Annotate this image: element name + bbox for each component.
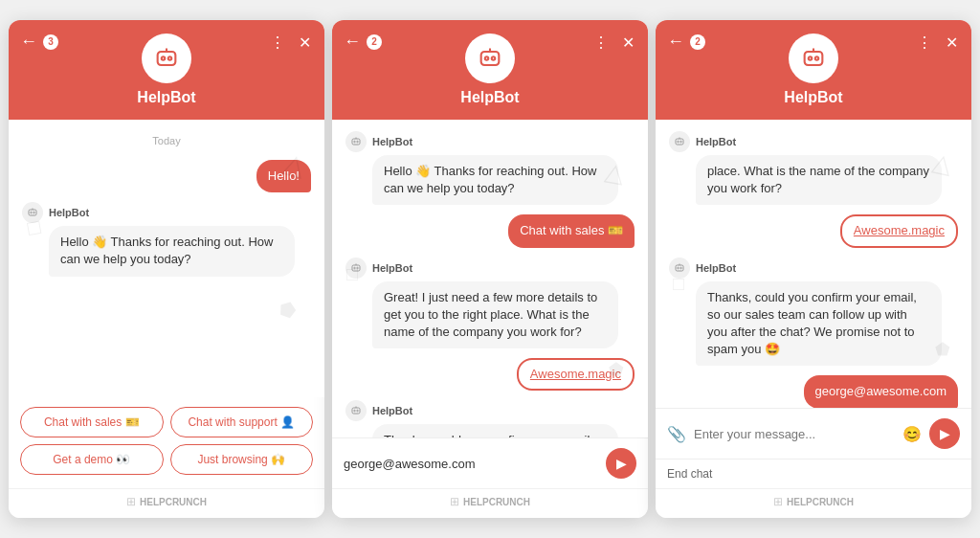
svg-point-25 — [809, 56, 813, 60]
chat-input-2[interactable] — [344, 457, 598, 471]
close-button-1[interactable]: ✕ — [297, 32, 313, 54]
svg-point-9 — [485, 56, 489, 60]
bot-avatar-3 — [789, 34, 838, 83]
bot-small-avatar-2c — [345, 400, 367, 421]
svg-rect-20 — [352, 408, 360, 414]
bot-partial-msg-3: HelpBot place. What is the name of the c… — [669, 131, 958, 205]
option-chat-support[interactable]: Chat with support 👤 — [170, 407, 314, 437]
emoji-icon[interactable]: 😊 — [902, 425, 922, 443]
chat-options-1: Chat with sales 🎫 Chat with support 👤 Ge… — [9, 397, 324, 488]
bot-label-3a: HelpBot — [696, 136, 736, 147]
bot-label-1: HelpBot — [49, 207, 89, 218]
more-button-2[interactable]: ⋮ — [591, 32, 611, 54]
header-actions-1: ⋮ ✕ — [268, 32, 313, 54]
send-button-3[interactable]: ▶ — [929, 418, 960, 449]
chat-input-bar-2: ▶ — [332, 437, 648, 488]
svg-point-22 — [357, 411, 359, 413]
svg-point-26 — [815, 56, 819, 60]
more-button-1[interactable]: ⋮ — [268, 32, 287, 54]
back-button-1[interactable]: ← — [20, 32, 37, 52]
svg-point-1 — [162, 56, 166, 60]
user-link-awesome-3[interactable]: Awesome.magic — [840, 214, 958, 247]
bot-msg-header-3b: HelpBot — [669, 258, 736, 279]
svg-point-13 — [354, 141, 356, 143]
panel-body-1: △ □ ⬟ Today Hello! — [9, 120, 324, 397]
user-bubble-sales: Chat with sales 🎫 — [508, 214, 635, 247]
chat-messages-2: △ □ ⬟ HelpBot — [332, 120, 648, 437]
svg-rect-28 — [676, 139, 683, 145]
bot-avatar-1 — [142, 34, 191, 83]
header-back-1: ← 3 — [20, 32, 58, 52]
date-divider: Today — [22, 135, 311, 146]
header-back-2: ← 2 — [344, 32, 382, 52]
back-button-3[interactable]: ← — [667, 32, 684, 52]
bot-label-2b: HelpBot — [372, 262, 412, 274]
bot-small-avatar-1 — [22, 202, 43, 223]
bot-msg-header-3a: HelpBot — [669, 131, 736, 152]
svg-rect-16 — [352, 265, 360, 271]
svg-rect-12 — [352, 139, 360, 145]
bot-label-3b: HelpBot — [696, 262, 736, 274]
chat-panel-3: ← 2 ⋮ ✕ HelpBot △ □ ⬟ — [656, 20, 971, 518]
user-msg-awesome: Awesome.magic — [345, 358, 635, 391]
bot-label-2a: HelpBot — [372, 136, 412, 147]
svg-rect-8 — [481, 52, 500, 65]
svg-point-6 — [33, 212, 35, 213]
chat-messages-3: △ □ ⬟ HelpBot — [656, 120, 971, 408]
bot-small-avatar-2b — [345, 258, 367, 279]
bot-avatar-2 — [465, 34, 515, 83]
svg-rect-0 — [158, 52, 176, 65]
bot-name-1: HelpBot — [137, 89, 195, 106]
chat-input-3[interactable] — [694, 427, 895, 441]
bot-bubble-2c: Thanks, could you confirm your email, so… — [372, 424, 618, 437]
bot-msg-header-1: HelpBot — [22, 202, 89, 223]
svg-rect-4 — [29, 210, 36, 215]
header-actions-3: ⋮ ✕ — [915, 32, 960, 54]
svg-rect-24 — [805, 52, 823, 65]
bot-name-3: HelpBot — [784, 89, 842, 106]
footer-logo-1: HELPCRUNCH — [140, 497, 207, 507]
more-button-3[interactable]: ⋮ — [915, 32, 934, 54]
badge-1: 3 — [43, 34, 58, 50]
option-just-browsing[interactable]: Just browsing 🙌 — [170, 444, 314, 475]
attachment-icon[interactable]: 📎 — [667, 425, 686, 443]
svg-point-21 — [354, 411, 356, 413]
user-msg-email: george@awesome.com Delivered. Not seen. — [669, 375, 958, 408]
end-chat-label: End chat — [667, 467, 712, 481]
end-chat-bar[interactable]: End chat — [656, 459, 971, 488]
close-button-2[interactable]: ✕ — [620, 32, 636, 54]
user-link-awesome[interactable]: Awesome.magic — [517, 358, 635, 391]
user-bubble-email: george@awesome.com — [804, 375, 958, 408]
bot-bubble-3b: Thanks, could you confirm your email, so… — [696, 281, 942, 367]
back-button-2[interactable]: ← — [344, 32, 361, 52]
bot-small-avatar-2a — [345, 131, 367, 152]
panel-header-1: ← 3 ⋮ ✕ HelpBot — [9, 20, 324, 120]
footer-logo-2: HELPCRUNCH — [463, 497, 530, 507]
user-message-hello: Hello! — [22, 160, 311, 192]
option-get-demo[interactable]: Get a demo 👀 — [20, 444, 164, 475]
badge-3: 2 — [690, 34, 705, 50]
chat-messages-1: △ □ ⬟ Today Hello! — [9, 120, 324, 397]
bot-message-2c: HelpBot Thanks, could you confirm your e… — [345, 400, 635, 437]
panel-footer-3: ⊞ HELPCRUNCH — [656, 488, 971, 518]
header-back-3: ← 2 — [667, 32, 705, 52]
bot-msg-header-2b: HelpBot — [345, 258, 412, 279]
bot-name-2: HelpBot — [460, 89, 519, 106]
close-button-3[interactable]: ✕ — [944, 32, 960, 54]
bot-bubble-greeting: Hello 👋 Thanks for reaching out. How can… — [49, 226, 295, 276]
bot-msg-header-2c: HelpBot — [345, 400, 412, 421]
bot-small-avatar-3a — [669, 131, 690, 152]
send-button-2[interactable]: ▶ — [606, 448, 636, 479]
header-actions-2: ⋮ ✕ — [591, 32, 636, 54]
bot-bubble-2a: Hello 👋 Thanks for reaching out. How can… — [372, 155, 618, 205]
chat-panel-2: ← 2 ⋮ ✕ HelpBot △ □ ⬟ — [332, 20, 648, 518]
option-chat-sales[interactable]: Chat with sales 🎫 — [20, 407, 164, 437]
svg-point-33 — [678, 267, 679, 269]
bot-message-1: HelpBot Hello 👋 Thanks for reaching out.… — [22, 202, 311, 276]
svg-point-2 — [168, 56, 172, 60]
svg-point-5 — [31, 212, 33, 213]
svg-point-10 — [492, 56, 496, 60]
panel-body-3: △ □ ⬟ HelpBot — [656, 120, 971, 408]
svg-point-34 — [680, 267, 682, 269]
svg-rect-32 — [676, 265, 683, 271]
